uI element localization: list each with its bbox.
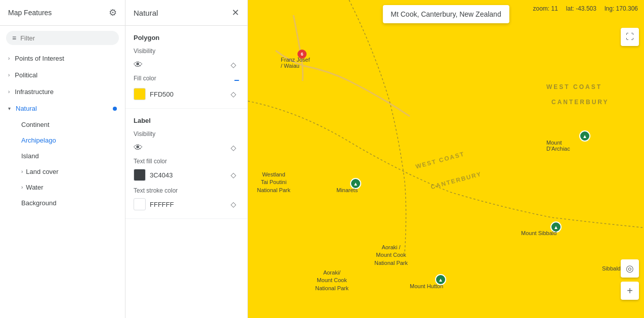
fullscreen-icon: ⛶ bbox=[626, 32, 634, 41]
sidebar-sub-archipelago[interactable]: Archipelago bbox=[0, 132, 125, 148]
sidebar-sub-continent[interactable]: Continent bbox=[0, 117, 125, 132]
gear-icon[interactable]: ⚙ bbox=[109, 7, 117, 18]
minus-btn[interactable]: − bbox=[234, 75, 239, 86]
sidebar-sub-water-label: Water bbox=[26, 184, 43, 191]
text-fill-color-picker[interactable]: 3C4043 bbox=[134, 169, 173, 181]
sidebar-title: Map Features bbox=[8, 9, 52, 17]
sidebar-sub-island[interactable]: Island bbox=[0, 148, 125, 164]
label-heading: Label bbox=[134, 117, 239, 124]
filter-icon: ≡ bbox=[12, 34, 16, 42]
sidebar-sub-continent-label: Continent bbox=[21, 121, 50, 128]
fullscreen-button[interactable]: ⛶ bbox=[621, 28, 639, 46]
chevron-right-icon: › bbox=[8, 56, 10, 61]
map-container[interactable]: zoom: 11 lat: -43.503 lng: 170.306 Mt Co… bbox=[248, 0, 644, 318]
middle-panel: Natural ✕ Polygon Visibility 👁 ◇ Fill co… bbox=[125, 0, 248, 318]
sidebar-item-poi-label: Points of Interest bbox=[15, 55, 64, 62]
label-visibility-row: 👁 ◇ bbox=[134, 142, 239, 154]
locate-button[interactable]: ◎ bbox=[621, 259, 639, 278]
sidebar-item-natural-label: Natural bbox=[16, 105, 37, 112]
locate-icon: ◎ bbox=[626, 263, 634, 274]
sidebar: Map Features ⚙ ≡ › Points of Interest › … bbox=[0, 0, 125, 318]
text-stroke-color-picker[interactable]: FFFFFF bbox=[134, 198, 174, 210]
panel-title: Natural bbox=[134, 9, 158, 17]
eye-icon[interactable]: 👁 bbox=[134, 60, 143, 70]
sidebar-item-political-label: Political bbox=[15, 71, 37, 79]
eye-icon-label[interactable]: 👁 bbox=[134, 143, 143, 153]
plus-icon: + bbox=[627, 285, 633, 297]
sidebar-item-points-of-interest[interactable]: › Points of Interest bbox=[0, 50, 125, 67]
sidebar-sub-background-label: Background bbox=[21, 199, 56, 207]
fill-color-picker[interactable]: FFD500 bbox=[134, 88, 174, 100]
mount-sibbald-marker: ▲ bbox=[550, 221, 562, 233]
map-svg bbox=[248, 0, 644, 318]
sidebar-sub-water[interactable]: › Water bbox=[0, 179, 125, 195]
mount-darchiac-marker: ▲ bbox=[579, 130, 590, 142]
text-fill-color-value: 3C4043 bbox=[150, 171, 173, 179]
chevron-down-icon: ▾ bbox=[8, 106, 11, 111]
polygon-section: Polygon Visibility 👁 ◇ Fill color − FFD5… bbox=[125, 26, 247, 109]
active-dot bbox=[113, 107, 117, 111]
filter-box[interactable]: ≡ bbox=[6, 31, 119, 45]
sidebar-sub-land-cover-label: Land cover bbox=[26, 168, 58, 175]
text-stroke-color-label: Text stroke color bbox=[134, 187, 239, 194]
sidebar-item-political[interactable]: › Political bbox=[0, 67, 125, 83]
diamond-btn-fill[interactable]: ◇ bbox=[227, 88, 239, 100]
sidebar-header: Map Features ⚙ bbox=[0, 0, 125, 26]
sidebar-item-infrastructure[interactable]: › Infrastructure bbox=[0, 83, 125, 100]
filter-input[interactable] bbox=[20, 34, 113, 42]
sidebar-sub-archipelago-label: Archipelago bbox=[21, 137, 56, 144]
polygon-visibility-label: Visibility bbox=[134, 48, 239, 55]
minarets-marker: ▲ bbox=[350, 178, 361, 189]
mountain-icon-hutton: ▲ bbox=[438, 277, 443, 283]
diamond-btn-text-fill[interactable]: ◇ bbox=[227, 169, 239, 181]
mountain-icon-sibbald: ▲ bbox=[553, 224, 559, 230]
fill-color-swatch bbox=[134, 88, 146, 100]
chevron-right-icon: › bbox=[8, 72, 10, 78]
text-fill-color-swatch bbox=[134, 169, 146, 181]
mount-hutton-marker: ▲ bbox=[435, 274, 446, 285]
label-visibility-label: Visibility bbox=[134, 130, 239, 138]
sidebar-sub-land-cover[interactable]: › Land cover bbox=[0, 164, 125, 179]
fill-color-label: Fill color bbox=[134, 75, 156, 82]
panel-header: Natural ✕ bbox=[125, 0, 247, 26]
fill-color-value: FFD500 bbox=[150, 90, 174, 98]
close-icon[interactable]: ✕ bbox=[232, 7, 239, 18]
sidebar-item-infrastructure-label: Infrastructure bbox=[15, 88, 54, 96]
chevron-right-icon: › bbox=[21, 185, 23, 190]
mountain-icon-minarets: ▲ bbox=[353, 181, 358, 187]
chevron-right-icon: › bbox=[21, 169, 23, 174]
marker-value: 6 bbox=[300, 52, 303, 57]
sidebar-sub-island-label: Island bbox=[21, 152, 39, 160]
fill-color-row: Fill color − bbox=[134, 75, 239, 86]
chevron-right-icon: › bbox=[8, 89, 10, 95]
text-stroke-color-value: FFFFFF bbox=[150, 201, 174, 208]
text-stroke-color-swatch bbox=[134, 198, 146, 210]
label-section: Label Visibility 👁 ◇ Text fill color 3C4… bbox=[125, 109, 247, 219]
polygon-visibility-row: 👁 ◇ bbox=[134, 59, 239, 71]
sidebar-sub-background[interactable]: Background bbox=[0, 195, 125, 211]
mountain-icon: ▲ bbox=[582, 133, 587, 139]
polygon-heading: Polygon bbox=[134, 34, 239, 41]
sidebar-item-natural[interactable]: ▾ Natural bbox=[0, 100, 125, 117]
diamond-btn-text-stroke[interactable]: ◇ bbox=[227, 198, 239, 210]
zoom-plus-button[interactable]: + bbox=[621, 282, 639, 300]
text-fill-color-label: Text fill color bbox=[134, 158, 239, 165]
franz-josef-marker: 6 bbox=[297, 50, 307, 59]
diamond-btn-visibility[interactable]: ◇ bbox=[227, 59, 239, 71]
diamond-btn-label-vis[interactable]: ◇ bbox=[227, 142, 239, 154]
